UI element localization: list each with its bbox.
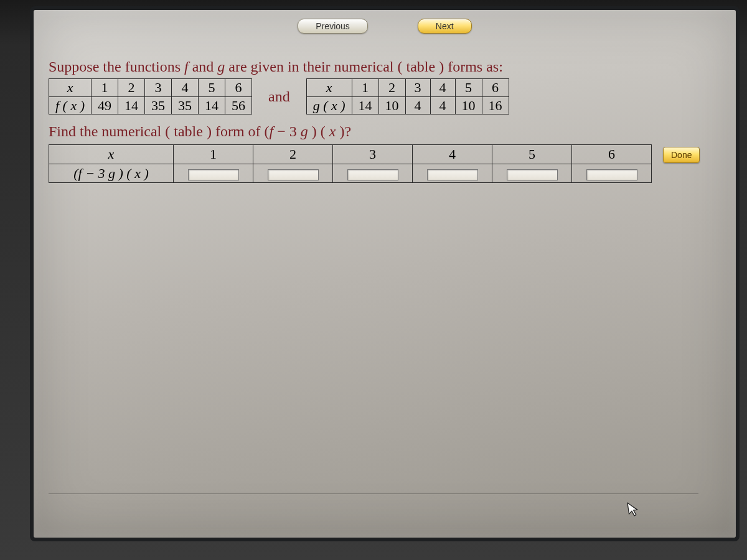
answer-input-6[interactable]: [586, 169, 637, 180]
table-f: x 1 2 3 4 5 6 f ( x ) 49 14 35 35: [49, 78, 252, 114]
answer-input-3[interactable]: [347, 169, 398, 180]
question-suffix: )?: [336, 123, 351, 139]
table-g-x5: 5: [455, 79, 482, 97]
intro-prefix: Suppose the functions: [49, 58, 184, 75]
answer-col-2: 2: [253, 145, 333, 164]
answer-input-5[interactable]: [507, 169, 558, 180]
table-f-x1: 1: [92, 79, 118, 97]
table-g-v5: 10: [455, 96, 482, 114]
table-f-v5: 14: [199, 96, 225, 114]
intro-mid: and: [189, 58, 218, 75]
answer-input-2[interactable]: [268, 169, 319, 180]
table-f-v2: 14: [118, 96, 145, 114]
question-close: ) (: [308, 123, 329, 139]
table-f-label: f ( x ): [49, 96, 92, 114]
table-f-x6: 6: [225, 79, 252, 97]
table-g-v1: 14: [352, 96, 378, 114]
table-f-var: x: [49, 79, 92, 97]
intro-g: g: [217, 58, 225, 75]
table-g-var: x: [306, 79, 352, 97]
question-content: Suppose the functions f and g are given …: [49, 57, 731, 183]
nav-bar: Previous Next: [34, 19, 736, 34]
question-mid: − 3: [273, 123, 301, 139]
answer-var: x: [49, 145, 174, 164]
done-button[interactable]: Done: [663, 147, 700, 163]
question-text: Find the numerical ( table ) form of (f …: [49, 122, 731, 141]
intro-suffix: are given in their numerical ( table ) f…: [225, 58, 503, 75]
table-f-x5: 5: [199, 79, 225, 97]
cursor-icon: [627, 501, 641, 522]
question-x: x: [329, 123, 336, 139]
answer-col-5: 5: [492, 145, 572, 164]
table-f-v6: 56: [225, 96, 252, 114]
question-prefix: Find the numerical ( table ) form of (: [49, 123, 270, 139]
question-g: g: [301, 123, 308, 139]
table-f-v4: 35: [172, 96, 199, 114]
table-g-v4: 4: [430, 96, 455, 114]
table-f-v1: 49: [92, 96, 118, 114]
intro-f: f: [184, 58, 189, 75]
answer-col-6: 6: [572, 145, 652, 164]
previous-button[interactable]: Previous: [298, 19, 367, 34]
answer-col-1: 1: [174, 145, 253, 164]
table-g-x4: 4: [430, 79, 455, 97]
intro-text: Suppose the functions f and g are given …: [49, 57, 731, 76]
table-g-v2: 10: [378, 96, 405, 114]
and-word: and: [268, 87, 290, 106]
table-g: x 1 2 3 4 5 6 g ( x ) 14 10 4 4 10: [306, 78, 509, 114]
table-f-x2: 2: [118, 79, 145, 97]
table-g-v3: 4: [405, 96, 430, 114]
table-g-x3: 3: [405, 79, 430, 97]
table-f-x3: 3: [145, 79, 172, 97]
answer-input-4[interactable]: [427, 169, 478, 180]
table-g-x2: 2: [378, 79, 405, 97]
answer-table: x 1 2 3 4 5 6 (f − 3 g ) ( x ): [49, 144, 652, 183]
answer-col-3: 3: [333, 145, 413, 164]
table-g-x1: 1: [352, 79, 378, 97]
table-g-v6: 16: [482, 96, 509, 114]
answer-col-4: 4: [413, 145, 492, 164]
divider: [49, 493, 698, 494]
table-f-x4: 4: [172, 79, 199, 97]
table-g-label: g ( x ): [306, 96, 352, 114]
answer-input-1[interactable]: [188, 169, 239, 180]
table-f-v3: 35: [145, 96, 172, 114]
table-g-x6: 6: [482, 79, 509, 97]
next-button[interactable]: Next: [418, 19, 472, 34]
answer-label: (f − 3 g ) ( x ): [49, 164, 174, 183]
